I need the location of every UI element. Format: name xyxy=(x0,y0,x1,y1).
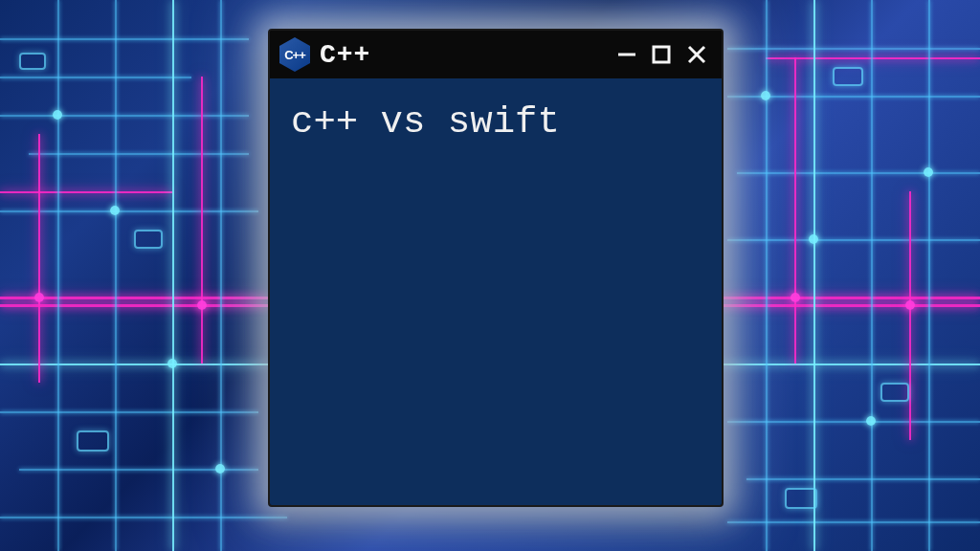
window-titlebar[interactable]: C++ C++ xyxy=(270,31,722,78)
window-controls xyxy=(616,43,712,66)
terminal-window: C++ C++ c++ vs swift xyxy=(268,29,724,507)
cpp-logo-icon: C++ xyxy=(279,37,310,72)
minimize-icon[interactable] xyxy=(616,44,637,65)
window-body: c++ vs swift xyxy=(270,78,722,505)
terminal-text: c++ vs swift xyxy=(291,101,701,143)
maximize-icon[interactable] xyxy=(651,44,672,65)
svg-rect-1 xyxy=(654,47,669,62)
close-icon[interactable] xyxy=(685,43,708,66)
window-title: C++ xyxy=(320,40,607,70)
